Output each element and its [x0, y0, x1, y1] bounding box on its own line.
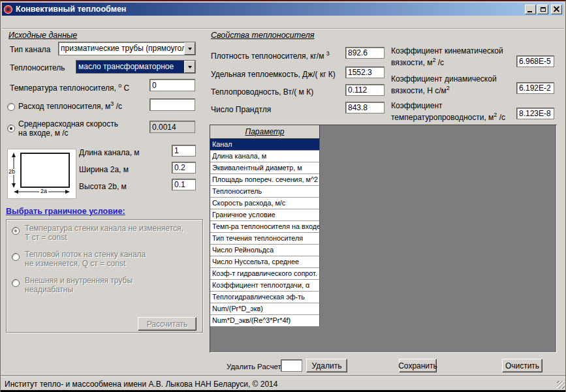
table-row[interactable]: Число Нуссельта, среднее [210, 256, 320, 268]
delete-button[interactable]: Удалить [306, 359, 347, 372]
channel-type-label: Тип канала [10, 45, 51, 54]
density-input[interactable] [345, 47, 385, 59]
density-label: Плотность теплоносителя, кг/м 3 [211, 50, 330, 61]
window-title: Конвективный теплообмен [16, 5, 522, 14]
channel-height-input[interactable] [172, 179, 196, 190]
boundary-groupbox: Температура стенки канала не изменяется,… [6, 219, 203, 333]
boundary-option: Тепловой поток на стенку каналане изменя… [12, 250, 146, 268]
source-data-heading: Исходные данные [8, 31, 77, 40]
chevron-down-icon[interactable] [184, 42, 195, 55]
app-window: { "colors": { "titlebar_start": "#0a246a… [0, 0, 566, 392]
delete-calc-number-input[interactable] [281, 359, 302, 372]
maximize-button[interactable] [537, 5, 548, 14]
table-row[interactable]: Num*D_экв/(Re^3*Pr*4f) [210, 315, 320, 327]
flow-rate-input[interactable] [149, 98, 195, 111]
temperature-input[interactable] [149, 79, 195, 91]
app-icon [4, 5, 12, 14]
table-row[interactable]: Канал [210, 139, 320, 151]
chevron-down-icon[interactable] [184, 61, 195, 73]
dynamic-viscosity-label: Коэффициент динамическойвязкости, Н с/м2 [391, 74, 497, 95]
resize-grip-icon[interactable] [557, 381, 565, 389]
status-bar: Институт тепло- и массообмена имени А.В.… [1, 376, 565, 391]
parameter-table: Параметр КаналДлина канала, мЭквивалентн… [210, 125, 557, 353]
close-button[interactable] [551, 5, 562, 14]
maximize-icon [541, 7, 546, 12]
temperature-label: Температура теплоносителя, о С [10, 82, 129, 93]
radio-icon [12, 253, 20, 261]
parameter-table-rows: КаналДлина канала, мЭквивалентный диамет… [210, 139, 556, 327]
table-row[interactable]: Тип течения теплоносителя [210, 233, 320, 245]
channel-type-value: призматические трубы (прямоугольн [59, 42, 184, 55]
table-row[interactable]: Скорость расхода, м/с [210, 198, 320, 209]
velocity-label: Среднерасходная скоростьна входе, м /с [18, 119, 118, 138]
boundary-heading: Выбрать граничное условие: [6, 207, 125, 216]
radio-icon [12, 227, 20, 235]
table-row[interactable]: Граничное условие [210, 209, 320, 221]
table-row[interactable]: Эквивалентный диаметр, м [210, 162, 320, 174]
radio-icon [12, 279, 20, 287]
table-row[interactable]: Число Рейнольдса [210, 245, 320, 256]
dynamic-viscosity-input[interactable] [516, 82, 554, 94]
kinematic-viscosity-input[interactable] [516, 55, 554, 67]
velocity-input [149, 121, 195, 133]
channel-height-label: Высота 2b, м [79, 182, 127, 191]
minimize-button[interactable] [525, 5, 536, 14]
save-button[interactable]: Сохранить [399, 359, 437, 372]
coolant-value: масло трансформаторное [76, 61, 184, 73]
title-bar[interactable]: Конвективный теплообмен [2, 3, 564, 16]
heat-capacity-label: Удельная теплоемкость, Дж/( кг К) [211, 70, 336, 79]
parameter-column-header[interactable]: Параметр [210, 125, 320, 139]
flow-rate-radio[interactable] [7, 103, 15, 111]
minimize-icon [527, 11, 532, 12]
table-row[interactable]: Num/(Pr*D_экв) [210, 303, 320, 315]
channel-width-input[interactable] [172, 162, 196, 173]
prandtl-label: Число Прандтля [211, 105, 271, 114]
table-row[interactable]: Темп-ра теплоносителя на входе, С [210, 221, 320, 233]
properties-heading: Свойства теплоносителя [211, 31, 314, 40]
channel-width-label: Ширина 2a, м [79, 165, 129, 174]
table-row[interactable]: Теплогидравлическая эф-ть [210, 292, 320, 303]
diagram-width-label: 2a [39, 188, 48, 194]
boundary-option: Внешняя и внутренняя трубынеадиабатны [12, 277, 133, 294]
status-text: Институт тепло- и массообмена имени А.В.… [5, 380, 277, 389]
diagram-height-label: 2b [8, 169, 15, 175]
velocity-radio[interactable] [7, 125, 15, 132]
calculate-button: Рассчитать [138, 317, 197, 331]
channel-type-select[interactable]: призматические трубы (прямоугольн [58, 42, 196, 55]
channel-length-label: Длина канала, м [79, 148, 140, 157]
kinematic-viscosity-label: Коэффициент кинематическойвязкости, м2 /… [391, 46, 503, 67]
boundary-option: Температура стенки канала не изменяется,… [12, 224, 183, 242]
coolant-select[interactable]: масло трансформаторное [76, 60, 196, 74]
table-row[interactable]: Длина канала, м [210, 151, 320, 162]
thermal-diffusivity-label: Коэффициенттемпературопроводности, м2 /с [391, 101, 505, 122]
coolant-label: Теплоноситель [10, 63, 65, 72]
table-row[interactable]: Площадь попереч. сечения, м^2 [210, 174, 320, 186]
thermal-diffusivity-input[interactable] [516, 108, 554, 119]
flow-rate-label: Расход теплоносителя, м3 /с [18, 100, 122, 111]
table-row[interactable]: Коэф-т гидравлического сопрот. [210, 268, 320, 280]
menu-bar [2, 16, 564, 29]
clear-button[interactable]: Очистить [502, 359, 542, 372]
conductivity-input[interactable] [345, 84, 385, 96]
table-row[interactable]: Коэффициент теплоотдачи, α [210, 280, 320, 292]
prandtl-input[interactable] [345, 102, 385, 113]
menu-item[interactable] [18, 21, 29, 23]
menu-item[interactable] [5, 21, 16, 23]
channel-length-input[interactable] [172, 145, 196, 157]
close-icon [554, 7, 559, 12]
table-row[interactable]: Теплоноситель [210, 186, 320, 198]
heat-capacity-input[interactable] [345, 67, 385, 78]
conductivity-label: Теплопроводность, Вт/( м К) [211, 87, 313, 97]
channel-diagram: 2b 2a [7, 149, 76, 199]
